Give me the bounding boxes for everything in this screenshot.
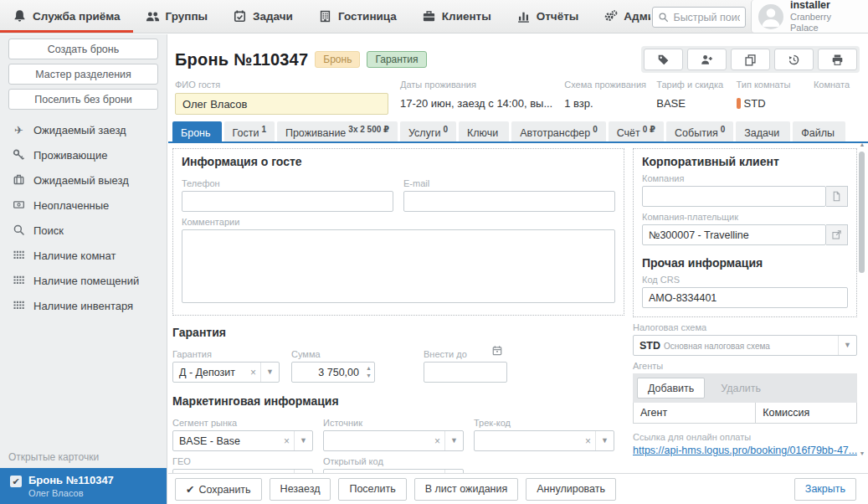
tab-invoice[interactable]: Счёт0 ₽ — [609, 121, 664, 141]
create-booking-button[interactable]: Создать бронь — [8, 39, 158, 59]
open-cards-section: Открытые карточки ✔ Бронь №110347 Олег В… — [0, 446, 167, 504]
track-code-select[interactable]: ×▼ — [474, 430, 614, 451]
tab-stay[interactable]: Проживание3x 2 500 ₽ — [277, 121, 398, 141]
suitcase-icon — [12, 173, 26, 187]
nav-hotel[interactable]: Гостиница — [306, 0, 409, 33]
copy-button[interactable] — [731, 49, 770, 70]
tags-button[interactable] — [644, 49, 683, 70]
scrollbar-thumb[interactable] — [859, 152, 865, 273]
chevron-down-icon[interactable]: ▼ — [838, 336, 856, 355]
source-select[interactable]: ×▼ — [323, 430, 464, 451]
nav-label: Служба приёма — [33, 10, 121, 23]
remove-agent-button[interactable]: Удалить — [710, 378, 772, 399]
status-badge-guarantee: Гарантия — [367, 51, 426, 68]
tab-badge: 0 — [721, 125, 726, 134]
sidebar-item-expected-departure[interactable]: Ожидаемый выезд — [0, 167, 167, 193]
grid-icon — [12, 249, 26, 262]
payer-company-input[interactable] — [642, 224, 826, 245]
nav-label: Отчёты — [537, 10, 579, 23]
chevron-down-icon[interactable]: ▼ — [294, 431, 312, 450]
occupancy-field[interactable]: Схема проживания 1 взр. — [564, 80, 645, 115]
calendar-icon[interactable] — [491, 345, 503, 357]
scroll-up-icon[interactable]: ▲ — [858, 141, 866, 147]
sidebar-item-expected-arrival[interactable]: ✈ Ожидаемый заезд — [0, 118, 167, 142]
stay-dates-field[interactable]: Даты проживания 17-20 июн, заезд с 14:00… — [400, 80, 552, 115]
tab-booking[interactable]: Бронь — [172, 121, 222, 141]
market-segment-select[interactable]: BASE - Base ×▼ — [172, 430, 313, 451]
sidebar-item-in-house[interactable]: Проживающие — [0, 142, 167, 167]
crs-code-input[interactable] — [642, 287, 848, 308]
chevron-down-icon[interactable]: ▼ — [444, 431, 463, 450]
no-show-button[interactable]: Незаезд — [270, 478, 331, 501]
close-button[interactable]: Закрыть — [794, 478, 856, 501]
field-label: Тип комнаты — [737, 80, 802, 90]
tab-label: Гости — [233, 127, 259, 139]
checkin-without-booking-button[interactable]: Поселить без брони — [8, 89, 158, 110]
vertical-scrollbar[interactable]: ▲ ▼ — [858, 141, 866, 456]
phone-input[interactable] — [182, 191, 393, 212]
sidebar-item-search[interactable]: Поиск — [0, 218, 167, 243]
email-input[interactable] — [403, 191, 615, 212]
quick-search-input[interactable] — [673, 12, 740, 23]
room-field[interactable]: Комната — [814, 80, 850, 115]
tab-guests[interactable]: Гости1 — [224, 121, 275, 141]
online-payment-link[interactable]: https://api-hms.logus.pro/booking/016f79… — [633, 445, 857, 456]
guarantee-due-input[interactable] — [424, 362, 507, 383]
clear-icon[interactable]: × — [430, 435, 444, 447]
open-payer-card-button[interactable] — [826, 224, 848, 245]
tab-label: Автотрансфер — [520, 127, 590, 139]
sidebar-item-label: Ожидаемый выезд — [33, 174, 129, 187]
add-guest-icon — [701, 54, 713, 66]
sidebar-item-inventory-availability[interactable]: Наличие инвентаря — [0, 293, 167, 318]
field-label: Код CRS — [642, 275, 848, 285]
tab-events[interactable]: События0 — [666, 121, 733, 141]
user-panel[interactable]: installer Cranberry Palace — [751, 0, 868, 33]
sidebar-item-room-availability[interactable]: Наличие комнат — [0, 243, 167, 268]
stepper-arrows[interactable]: ▲▼ — [366, 364, 372, 379]
nav-groups[interactable]: Группы — [133, 0, 221, 33]
plane-icon: ✈ — [12, 124, 26, 136]
check-in-button[interactable]: Поселить — [338, 478, 406, 501]
scroll-down-icon[interactable]: ▼ — [858, 450, 866, 456]
save-button[interactable]: ✔Сохранить — [175, 478, 262, 501]
tab-keys[interactable]: Ключи — [459, 121, 509, 141]
tab-services[interactable]: Услуги0 — [400, 121, 456, 141]
room-type-field[interactable]: Тип комнаты STD — [737, 80, 802, 115]
sidebar-item-space-availability[interactable]: Наличие помещений — [0, 268, 167, 293]
print-icon — [831, 54, 844, 66]
comments-textarea[interactable] — [182, 229, 615, 303]
clear-icon[interactable]: × — [581, 435, 595, 447]
sidebar-item-label: Ожидаемый заезд — [33, 124, 126, 136]
tab-files[interactable]: Файлы — [793, 121, 845, 141]
guarantee-type-select[interactable]: Д - Депозит × ▼ — [172, 362, 280, 383]
print-button[interactable] — [818, 49, 857, 70]
company-input[interactable] — [642, 186, 826, 207]
wait-list-button[interactable]: В лист ожидания — [414, 478, 519, 501]
nav-administration[interactable]: Адми — [591, 0, 650, 33]
add-guest-button[interactable] — [687, 49, 727, 70]
sidebar-item-unpaid[interactable]: Неоплаченные — [0, 193, 167, 218]
tax-scheme-select[interactable]: STDОсновная налоговая схема ▼ — [633, 335, 857, 356]
add-agent-button[interactable]: Добавить — [637, 378, 705, 399]
tab-transfer[interactable]: Автотрансфер0 — [511, 121, 606, 141]
history-button[interactable] — [774, 49, 814, 70]
annul-button[interactable]: Аннулировать — [526, 478, 616, 501]
chevron-down-icon[interactable]: ▼ — [595, 431, 614, 450]
nav-reports[interactable]: Отчёты — [504, 0, 592, 33]
clear-icon[interactable]: × — [246, 367, 260, 378]
nav-clients[interactable]: Клиенты — [409, 0, 504, 33]
nav-tasks[interactable]: Задачи — [220, 0, 306, 33]
guest-name-input[interactable] — [175, 93, 388, 115]
chevron-down-icon[interactable]: ▼ — [260, 363, 279, 382]
company-new-card-button[interactable] — [826, 186, 848, 207]
split-wizard-button[interactable]: Мастер разделения — [8, 64, 158, 85]
guarantee-sum-input[interactable] — [291, 362, 375, 383]
nav-front-desk[interactable]: Служба приёма — [0, 0, 133, 33]
guarantee-due-field: Внести до — [424, 344, 507, 383]
sidebar-item-label: Наличие комнат — [33, 249, 116, 262]
tariff-field[interactable]: Тариф и скидка BASE — [656, 80, 724, 115]
tab-tasks[interactable]: Задачи — [736, 121, 790, 141]
open-card-booking[interactable]: ✔ Бронь №110347 Олег Власов — [0, 468, 167, 504]
clear-icon[interactable]: × — [280, 435, 294, 447]
bar-chart-icon — [516, 9, 531, 23]
